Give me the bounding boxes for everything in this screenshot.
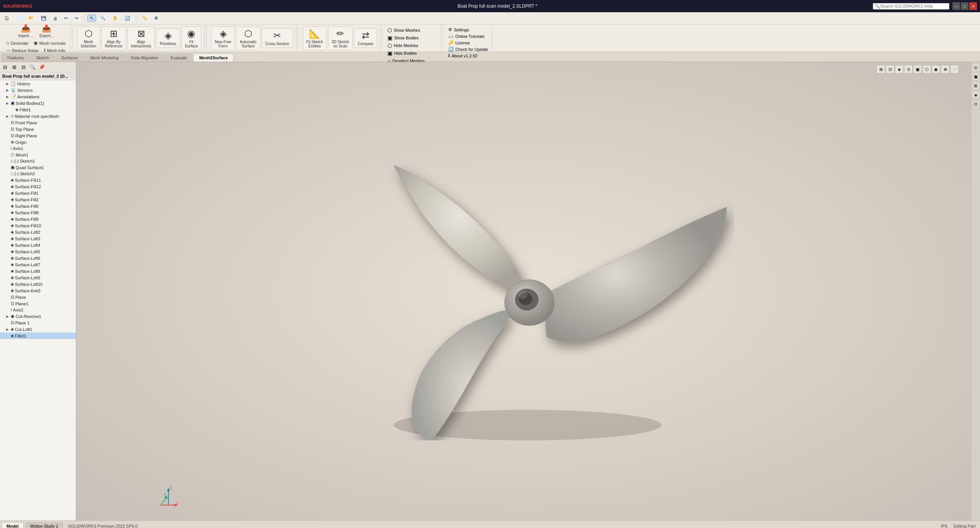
tree-item[interactable]: ▶◉Cut-Revolve1: [0, 313, 76, 319]
viewport-resize-handle[interactable]: [969, 62, 971, 520]
right-panel-btn-5[interactable]: ⊡: [972, 100, 980, 108]
export-btn[interactable]: 📤 Export...: [37, 23, 56, 39]
tree-item[interactable]: ◈Surface-Fill9: [0, 216, 76, 222]
tree-item[interactable]: ◈Surface-Loft7: [0, 261, 76, 268]
check-update-btn[interactable]: 🔄 Check for Update: [448, 46, 489, 52]
tree-expander[interactable]: ▶: [6, 82, 11, 86]
tab-surfaces[interactable]: Surfaces: [56, 54, 83, 62]
settings-btn[interactable]: ⚙ Settings: [448, 27, 470, 33]
right-panel-btn-4[interactable]: ◈: [972, 91, 980, 99]
tree-expander[interactable]: ▶: [6, 95, 11, 99]
home-btn[interactable]: 🏠: [2, 15, 12, 22]
tree-item[interactable]: ▶📝Annotations: [0, 93, 76, 100]
right-panel-btn-2[interactable]: ▣: [972, 73, 980, 80]
bottom-tab-model[interactable]: Model: [2, 522, 24, 528]
cross-section-btn[interactable]: ✂ Cross-Section: [262, 28, 293, 48]
view-tool-8[interactable]: ⊕: [941, 65, 949, 73]
tree-item[interactable]: □(-) Sketch2: [0, 171, 76, 177]
tree-item[interactable]: ◈Surface-Fill6: [0, 203, 76, 209]
tree-expander[interactable]: ▶: [6, 101, 11, 105]
maximize-button[interactable]: □: [961, 2, 969, 10]
gear-btn[interactable]: ⚙: [152, 15, 161, 22]
tab-mesh2surface[interactable]: Mesh2Surface: [193, 54, 234, 62]
new-btn[interactable]: 📄: [14, 15, 24, 22]
menubar-insert[interactable]: Insert: [70, 3, 83, 9]
menubar-edit[interactable]: Edit: [46, 3, 56, 9]
tree-item[interactable]: ⊕Origin: [0, 139, 76, 145]
tree-item[interactable]: ◈Surface-Fill1: [0, 190, 76, 196]
view-tool-7[interactable]: ◉: [932, 65, 940, 73]
tree-item[interactable]: ⊡Plane: [0, 294, 76, 300]
tree-item[interactable]: ◈Surface-Loft5: [0, 248, 76, 255]
viewport[interactable]: ⊞ ⊡ ◈ ⊙ ▣ ⬡ ◉ ⊕ ⋯: [77, 62, 971, 520]
tree-expand-btn[interactable]: ⊞: [10, 63, 18, 71]
view-tool-4[interactable]: ⊙: [904, 65, 913, 73]
tree-item[interactable]: ◈Surface-Fill11: [0, 177, 76, 183]
fit-sketch-btn[interactable]: 📐 Fit Sketch Entities: [303, 26, 327, 50]
online-tutorials-btn[interactable]: 📖 Online Tutorials: [448, 33, 485, 39]
tree-item[interactable]: ▶◈Cut-Loft1: [0, 326, 76, 332]
hide-bodies-btn[interactable]: ▣ Hide Bodies: [387, 50, 438, 57]
tree-expander[interactable]: ▶: [6, 315, 11, 318]
close-button[interactable]: ✕: [969, 2, 977, 10]
tree-item[interactable]: ⊡Right Plane: [0, 132, 76, 139]
tree-item[interactable]: ◈Surface-Fill8: [0, 209, 76, 216]
tree-item[interactable]: ⊡Front Plane: [0, 119, 76, 126]
hide-meshes-btn[interactable]: ⬡ Hide Meshes: [387, 42, 438, 49]
tab-sketch[interactable]: Sketch: [30, 54, 55, 62]
print-btn[interactable]: 🖨: [51, 15, 60, 22]
save-btn[interactable]: 💾: [38, 15, 49, 22]
search-box[interactable]: 🔍: [873, 3, 949, 10]
tree-filter-btn[interactable]: ⊟: [1, 63, 9, 71]
tree-item[interactable]: ⊡Plane1: [0, 300, 76, 307]
tree-item[interactable]: ◈Fillet1: [0, 106, 76, 113]
tree-collapse-btn[interactable]: ⊟: [19, 63, 28, 71]
select-btn[interactable]: ↖: [87, 15, 96, 22]
menubar-help[interactable]: ?: [116, 3, 122, 9]
undo-btn[interactable]: ↩: [62, 15, 70, 22]
rotate-btn[interactable]: 🔄: [122, 15, 133, 22]
tree-pin-btn[interactable]: 📌: [38, 63, 46, 71]
menubar-tools[interactable]: Tools: [84, 3, 97, 9]
tree-item[interactable]: ▶◇Material <not specified>: [0, 113, 76, 119]
zoom-btn[interactable]: 🔍: [98, 15, 108, 22]
tree-item[interactable]: ◈Surface-Loft6: [0, 255, 76, 261]
tree-item[interactable]: ⬡Mesh1: [0, 152, 76, 158]
tree-item[interactable]: ◈Surface-Fill10: [0, 222, 76, 229]
tab-data-migration[interactable]: Data Migration: [125, 54, 164, 62]
pan-btn[interactable]: ✋: [110, 15, 121, 22]
view-tool-5[interactable]: ▣: [913, 65, 922, 73]
view-tool-2[interactable]: ⊡: [886, 65, 894, 73]
tab-mesh-modeling[interactable]: Mesh Modeling: [84, 54, 124, 62]
tree-item[interactable]: ◈Surface-Loft10: [0, 281, 76, 287]
tab-evaluate[interactable]: Evaluate: [165, 54, 193, 62]
view-tool-6[interactable]: ⬡: [923, 65, 931, 73]
tree-item[interactable]: ⊡Plane 1: [0, 319, 76, 326]
align-interactively-btn[interactable]: ⊠ Align Interactively: [127, 26, 155, 50]
right-panel-btn-1[interactable]: ◎: [972, 64, 980, 71]
tree-item[interactable]: ◈Surface-Fill12: [0, 183, 76, 190]
primitives-btn[interactable]: ◈ Primitives: [156, 28, 180, 48]
tree-item[interactable]: ◈Fillet1: [0, 332, 76, 339]
show-bodies-btn[interactable]: ▣ Show Bodies: [387, 34, 438, 41]
tree-item[interactable]: ◈Surface-Loft9: [0, 274, 76, 281]
view-tool-3[interactable]: ◈: [895, 65, 903, 73]
new-free-form-btn[interactable]: ◈ New Free Form: [211, 26, 235, 50]
license-btn[interactable]: 🔑 License: [448, 40, 470, 46]
about-btn[interactable]: ℹ About v1.2.92: [448, 53, 478, 59]
align-by-reference-btn[interactable]: ⊞ Align By Reference: [101, 26, 126, 50]
3d-sketch-btn[interactable]: ✏ 3D Sketch on Scan: [328, 26, 353, 50]
right-panel-btn-3[interactable]: ⊞: [972, 82, 980, 90]
tree-item[interactable]: □(-) Sketch1: [0, 158, 76, 164]
tree-item[interactable]: ▶📋History: [0, 80, 76, 87]
tree-item[interactable]: ◈Surface-Knit3: [0, 287, 76, 294]
tree-item[interactable]: ▶📡Sensors: [0, 87, 76, 93]
tree-item[interactable]: /Axis2: [0, 307, 76, 313]
tab-features[interactable]: Features: [2, 54, 29, 62]
measure-btn[interactable]: 📏: [139, 15, 150, 22]
tree-expander[interactable]: ▶: [6, 328, 11, 331]
compare-btn[interactable]: ⇄ Compare: [354, 28, 377, 48]
minimize-button[interactable]: —: [952, 2, 960, 10]
tree-expander[interactable]: ▶: [6, 114, 11, 118]
automatic-surface-btn[interactable]: ⬡ Automatic Surface: [236, 26, 260, 50]
